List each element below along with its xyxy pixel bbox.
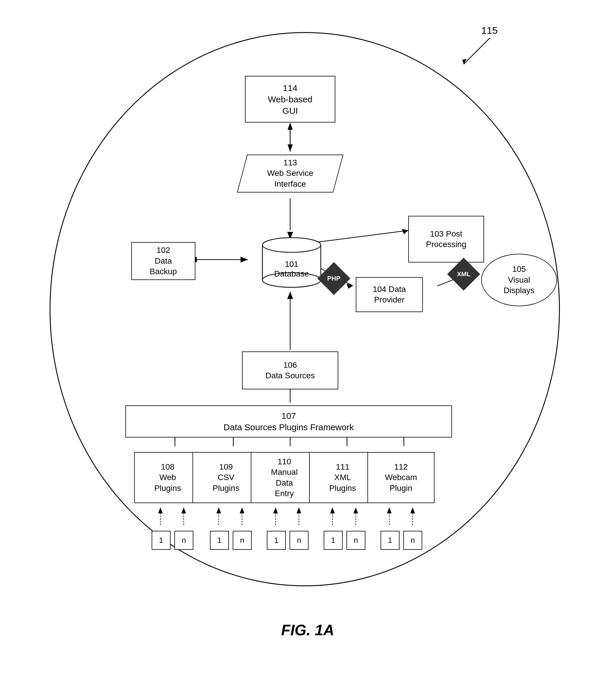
- node-110: 110 Manual Data Entry: [251, 452, 318, 503]
- node-104: 104 Data Provider: [356, 277, 423, 312]
- node-113: 113Web ServiceInterface: [237, 154, 343, 192]
- inst-111-n: n: [347, 531, 365, 550]
- node-106: 106 Data Sources: [242, 351, 338, 389]
- inst-112-n: n: [403, 531, 422, 550]
- inst-108-1: 1: [152, 531, 171, 550]
- fig-caption: FIG. 1A: [281, 621, 334, 639]
- node-114: 114 Web-based GUI: [245, 76, 335, 123]
- node-111: 111 XML Plugins: [309, 452, 376, 503]
- node-108: 108 Web Plugins: [134, 452, 201, 503]
- inst-108-n: n: [174, 531, 193, 550]
- node-105: 105 Visual Displays: [481, 254, 557, 306]
- inst-111-1: 1: [324, 531, 343, 550]
- inst-110-n: n: [290, 531, 309, 550]
- diagram-container: 115: [35, 17, 580, 645]
- node-109: 109 CSV Plugins: [192, 452, 260, 503]
- inst-112-1: 1: [380, 531, 400, 550]
- node-103: 103 Post Processing: [408, 216, 484, 262]
- svg-point-58: [262, 238, 321, 252]
- node-101: 101 Database: [260, 236, 324, 290]
- svg-text:Database: Database: [274, 269, 309, 278]
- svg-marker-1: [462, 59, 467, 64]
- label-115: 115: [481, 25, 498, 36]
- svg-text:101: 101: [285, 260, 299, 268]
- node-112: 112 Webcam Plugin: [367, 452, 435, 503]
- node-107: 107Data Sources Plugins Framework: [125, 405, 452, 438]
- inst-109-1: 1: [210, 531, 229, 550]
- inst-109-n: n: [233, 531, 252, 550]
- node-102: 102 Data Backup: [131, 242, 196, 280]
- inst-110-1: 1: [267, 531, 286, 550]
- svg-line-0: [464, 38, 490, 64]
